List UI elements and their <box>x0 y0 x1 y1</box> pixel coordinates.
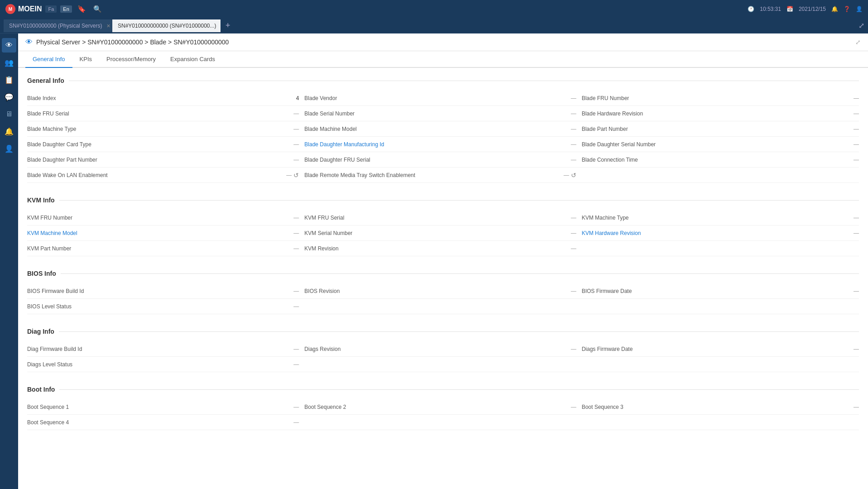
refresh-blade-remote-media-icon[interactable]: ↺ <box>571 172 576 179</box>
field-blade-serial-number: Blade Serial Number — <box>304 106 581 121</box>
search-icon[interactable]: 🔍 <box>93 5 102 13</box>
section-general-info-line <box>69 81 859 81</box>
tab-kpis[interactable]: KPIs <box>72 51 99 68</box>
page-tabs: General Info KPIs Processor/Memory Expan… <box>18 51 868 68</box>
field-boot-sequence-2: Boot Sequence 2 — <box>304 399 581 415</box>
field-kvm-hardware-revision: KVM Hardware Revision — <box>582 225 859 241</box>
field-blade-machine-type: Blade Machine Type — <box>27 121 304 137</box>
sidebar-icon-bell[interactable]: 🔔 <box>2 124 16 139</box>
label-boot-sequence-3: Boot Sequence 3 <box>582 404 850 410</box>
section-bios-info-header: BIOS Info <box>27 270 859 277</box>
label-blade-wake-lan: Blade Wake On LAN Enablement <box>27 172 283 178</box>
value-boot-sequence-1: — <box>293 404 299 410</box>
tab-1[interactable]: SN#Y01000000000 (Physical Servers) × <box>4 19 112 32</box>
lang-en-button[interactable]: En <box>60 5 72 13</box>
field-blade-daughter-mfg-id: Blade Daughter Manufacturing Id — <box>304 137 581 152</box>
tab-general-info[interactable]: General Info <box>25 51 72 68</box>
value-kvm-fru-serial: — <box>571 215 576 221</box>
label-blade-daughter-part-number: Blade Daughter Part Number <box>27 157 290 163</box>
value-boot-sequence-4: — <box>293 419 299 426</box>
help-icon[interactable]: ❓ <box>844 6 850 12</box>
tab-add-button[interactable]: + <box>221 18 235 33</box>
tab-bar: SN#Y01000000000 (Physical Servers) × SN#… <box>0 18 868 34</box>
section-bios-info-title: BIOS Info <box>27 270 56 277</box>
field-diags-revision: Diags Revision — <box>304 341 581 357</box>
field-blade-hardware-revision: Blade Hardware Revision — <box>582 106 859 121</box>
breadcrumb-actions: ⤢ <box>855 38 861 46</box>
value-blade-part-number: — <box>854 126 859 132</box>
tab-processor-memory[interactable]: Processor/Memory <box>99 51 163 68</box>
sidebar-icon-chat[interactable]: 💬 <box>2 90 16 104</box>
logo: M MOEIN <box>5 4 42 14</box>
value-boot-sequence-3: — <box>854 404 859 410</box>
calendar-icon: 📅 <box>786 6 793 12</box>
field-boot-sequence-3: Boot Sequence 3 — <box>582 399 859 415</box>
field-blade-part-number: Blade Part Number — <box>582 121 859 137</box>
label-blade-daughter-card-type: Blade Daughter Card Type <box>27 141 290 148</box>
content-area: General Info Blade Index 4 Blade Vendor … <box>18 68 868 489</box>
top-right-area: 🕐 10:53:31 📅 2021/12/15 🔔 ❓ 👤 <box>748 6 863 12</box>
diag-placeholder-2 <box>582 357 859 372</box>
field-bios-firmware-date: BIOS Firmware Date — <box>582 283 859 299</box>
field-blade-fru-number: Blade FRU Number — <box>582 91 859 106</box>
label-blade-fru-number: Blade FRU Number <box>582 95 850 101</box>
label-blade-connection-time: Blade Connection Time <box>582 157 850 163</box>
field-bios-level-status: BIOS Level Status — <box>27 299 304 314</box>
value-kvm-machine-model: — <box>293 230 299 236</box>
tab-expansion-cards[interactable]: Expansion Cards <box>163 51 222 68</box>
value-blade-index: 4 <box>296 95 299 101</box>
user-icon[interactable]: 👤 <box>856 6 863 12</box>
section-diag-info-header: Diag Info <box>27 328 859 335</box>
label-kvm-fru-serial: KVM FRU Serial <box>304 215 567 221</box>
label-blade-remote-media: Blade Remote Media Tray Switch Enablemen… <box>304 172 560 178</box>
label-blade-index: Blade Index <box>27 95 293 101</box>
section-kvm-info-title: KVM Info <box>27 197 55 204</box>
lang-fa-button[interactable]: Fa <box>45 5 57 13</box>
field-blade-machine-model: Blade Machine Model — <box>304 121 581 137</box>
logo-icon: M <box>5 4 15 14</box>
maximize-icon[interactable]: ⤢ <box>858 22 864 29</box>
label-kvm-revision: KVM Revision <box>304 245 567 252</box>
current-date: 2021/12/15 <box>799 6 826 12</box>
sidebar-icon-users[interactable]: 👥 <box>2 55 16 70</box>
bios-placeholder-1 <box>304 299 581 314</box>
sidebar-icon-eye[interactable]: 👁 <box>2 38 16 53</box>
sidebar-icon-monitor[interactable]: 🖥 <box>2 107 16 121</box>
section-bios-info: BIOS Info BIOS Firmware Build Id — BIOS … <box>27 270 859 314</box>
label-blade-fru-serial: Blade FRU Serial <box>27 110 290 117</box>
kvm-info-grid: KVM FRU Number — KVM FRU Serial — KVM Ma… <box>27 210 859 256</box>
value-kvm-fru-number: — <box>293 215 299 221</box>
field-kvm-fru-number: KVM FRU Number — <box>27 210 304 225</box>
notification-icon[interactable]: 🔔 <box>831 6 838 12</box>
tab-1-close[interactable]: × <box>106 22 110 29</box>
section-general-info-title: General Info <box>27 77 64 84</box>
value-boot-sequence-2: — <box>571 404 576 410</box>
label-blade-serial-number: Blade Serial Number <box>304 110 567 117</box>
diag-placeholder-1 <box>304 357 581 372</box>
label-blade-machine-type: Blade Machine Type <box>27 126 290 132</box>
bookmark-icon[interactable]: 🔖 <box>77 5 86 13</box>
label-bios-firmware-date: BIOS Firmware Date <box>582 288 850 294</box>
refresh-blade-wake-lan-icon[interactable]: ↺ <box>293 172 299 179</box>
breadcrumb: Physical Server > SN#Y01000000000 > Blad… <box>36 38 229 46</box>
tab-2[interactable]: SN#Y010000000000 (SN#Y01000000...) × <box>112 19 221 32</box>
field-blade-wake-lan: Blade Wake On LAN Enablement — ↺ <box>27 168 304 183</box>
label-blade-daughter-fru-serial: Blade Daughter FRU Serial <box>304 157 567 163</box>
field-blade-connection-time: Blade Connection Time — <box>582 152 859 168</box>
breadcrumb-expand-icon[interactable]: ⤢ <box>855 38 861 46</box>
field-blade-daughter-fru-serial: Blade Daughter FRU Serial — <box>304 152 581 168</box>
bios-placeholder-2 <box>582 299 859 314</box>
label-diags-firmware-date: Diags Firmware Date <box>582 346 850 352</box>
section-diag-info: Diag Info Diag Firmware Build Id — Diags… <box>27 328 859 372</box>
tab-1-label: SN#Y01000000000 (Physical Servers) <box>9 23 102 29</box>
section-kvm-info: KVM Info KVM FRU Number — KVM FRU Serial… <box>27 197 859 256</box>
value-bios-revision: — <box>571 288 576 294</box>
field-diags-level-status: Diags Level Status — <box>27 357 304 372</box>
value-blade-serial-number: — <box>571 110 576 117</box>
value-blade-remote-media: — ↺ <box>564 172 576 179</box>
sidebar-icon-user[interactable]: 👤 <box>2 141 16 156</box>
sidebar-icon-list[interactable]: 📋 <box>2 72 16 87</box>
value-blade-daughter-serial-number: — <box>854 141 859 148</box>
value-diag-firmware-build-id: — <box>293 346 299 352</box>
sidebar-icon-settings[interactable]: ⚙ <box>2 485 16 489</box>
